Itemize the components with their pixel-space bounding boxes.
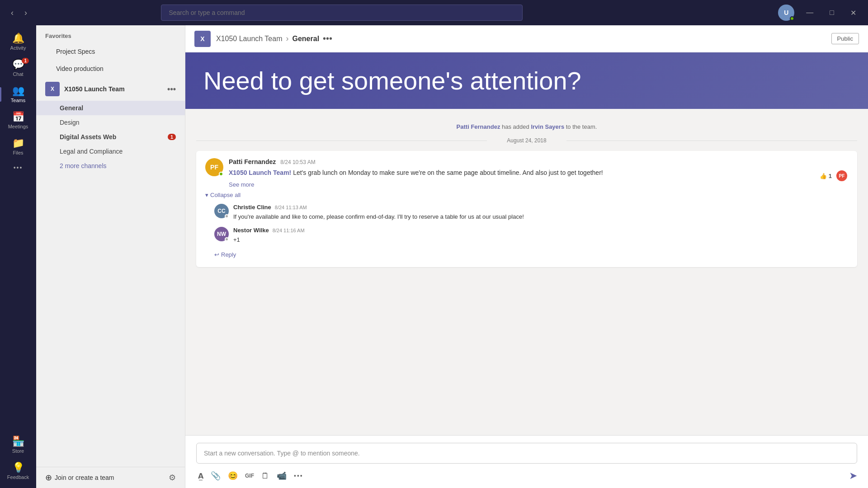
store-label: Store (12, 448, 24, 454)
settings-button[interactable]: ⚙ (169, 473, 176, 483)
sidebar: Favorites Project Specs Video production… (36, 25, 185, 488)
sidebar-item-teams[interactable]: 👥 Teams (0, 81, 36, 108)
message-body: Let's grab lunch on Monday to make sure … (293, 169, 603, 176)
gif-button[interactable]: GIF (243, 471, 256, 481)
chat-label: Chat (13, 71, 23, 77)
channel-more-options-icon[interactable]: ••• (323, 33, 332, 44)
reply-avatar-offline-1 (225, 214, 229, 218)
channel-digital-assets[interactable]: Digital Assets Web 1 (36, 130, 185, 144)
sidebar-item-project-specs[interactable]: Project Specs (40, 43, 181, 60)
meetings-icon: 📅 (12, 112, 24, 122)
message-avatar-patti: PF (205, 158, 223, 176)
team-x1050-more-icon[interactable]: ••• (167, 84, 176, 94)
like-reaction[interactable]: 👍 1 (820, 173, 832, 179)
message-time: 8/24 10:53 AM (280, 159, 315, 165)
channel-legal-label: Legal and Compliance (60, 148, 123, 155)
emoji-button[interactable]: 😊 (226, 469, 240, 483)
banner-text: Need to get someone's attention? (203, 66, 581, 95)
video-button[interactable]: 📹 (275, 469, 288, 483)
close-button[interactable]: ✕ (846, 7, 861, 19)
user-avatar[interactable]: U (778, 5, 794, 21)
sidebar-item-more[interactable]: ••• (0, 160, 36, 175)
activity-label: Activity (10, 45, 26, 51)
back-button[interactable]: ‹ (7, 6, 17, 19)
reply-avatar-christie: CC (214, 204, 229, 218)
reply-author-1: Christie Cline (233, 204, 271, 211)
compose-placeholder: Start a new conversation. Type @ to ment… (204, 450, 360, 457)
sidebar-item-files[interactable]: 📁 Files (0, 134, 36, 160)
message-row: PF Patti Fernandez 8/24 10:53 AM X1050 L… (205, 158, 848, 188)
collapse-all-button[interactable]: ▾ Collapse all (205, 192, 848, 198)
search-bar[interactable] (161, 5, 523, 21)
channel-design[interactable]: Design (36, 115, 185, 130)
attach-button[interactable]: 📎 (209, 469, 222, 483)
maximize-button[interactable]: □ (825, 7, 839, 19)
more-options-button[interactable]: ••• (292, 470, 305, 481)
project-specs-label: Project Specs (56, 48, 95, 55)
breadcrumb-channel: General (292, 35, 319, 43)
store-icon: 🏪 (12, 436, 24, 446)
messages-area[interactable]: Patti Fernandez has added Irvin Sayers t… (185, 109, 868, 435)
title-bar-right: U — □ ✕ (778, 5, 861, 21)
see-more-link[interactable]: See more (229, 181, 814, 188)
reply-row-2: NW Nestor Wilke 8/24 11:16 AM +1 (214, 227, 848, 244)
system-msg-target: Irvin Sayers (531, 123, 564, 130)
sidebar-bottom: ⊕ Join or create a team ⚙ (36, 467, 185, 488)
reply-avatar-offline-2 (225, 237, 229, 241)
public-badge: Public (831, 33, 859, 44)
team-x1050-name: X1050 Launch Team (64, 85, 163, 93)
reaction-avatar-1: PF (835, 169, 848, 182)
channel-legal[interactable]: Legal and Compliance (36, 144, 185, 159)
channel-digital-assets-badge: 1 (168, 134, 176, 140)
send-icon: ➤ (849, 470, 857, 481)
collapse-chevron-icon: ▾ (205, 192, 208, 198)
message-block-main: PF Patti Fernandez 8/24 10:53 AM X1050 L… (196, 151, 857, 267)
system-msg-verb: has added (502, 123, 529, 130)
system-message: Patti Fernandez has added Irvin Sayers t… (196, 123, 857, 130)
reply-header-1: Christie Cline 8/24 11:13 AM (233, 204, 848, 211)
sidebar-item-activity[interactable]: 🔔 Activity (0, 29, 36, 55)
team-x1050-header[interactable]: X X1050 Launch Team ••• (36, 77, 185, 101)
reply-row-1: CC Christie Cline 8/24 11:13 AM If you'r… (214, 204, 848, 221)
minimize-button[interactable]: — (802, 7, 818, 19)
join-create-team-button[interactable]: ⊕ Join or create a team (45, 473, 114, 483)
format-button[interactable]: A̲ (196, 470, 205, 482)
channel-general[interactable]: General (36, 101, 185, 115)
message-text: X1050 Launch Team! Let's grab lunch on M… (229, 168, 814, 178)
search-input[interactable] (169, 9, 515, 16)
reply-author-2: Nestor Wilke (233, 227, 269, 234)
title-bar: ‹ › U — □ ✕ (0, 0, 868, 25)
teams-icon: 👥 (12, 86, 24, 96)
forward-button[interactable]: › (21, 6, 31, 19)
team-x1050-icon: X (45, 82, 60, 96)
feedback-icon: 💡 (12, 463, 24, 473)
mention-team: X1050 Launch Team! (229, 169, 291, 176)
add-team-icon: ⊕ (45, 473, 52, 483)
compose-box[interactable]: Start a new conversation. Type @ to ment… (196, 443, 857, 464)
like-icon: 👍 (820, 173, 827, 179)
sidebar-item-chat[interactable]: 💬 Chat 1 (0, 55, 36, 81)
chat-badge: 1 (22, 58, 29, 64)
feedback-label: Feedback (7, 474, 29, 480)
send-button[interactable]: ➤ (849, 470, 857, 482)
channel-header: X X1050 Launch Team › General ••• Public (185, 25, 868, 52)
channel-general-label: General (60, 104, 83, 112)
nav-buttons: ‹ › (7, 6, 31, 19)
sidebar-item-feedback[interactable]: 💡 Feedback (0, 458, 36, 484)
replies-block: CC Christie Cline 8/24 11:13 AM If you'r… (205, 204, 848, 260)
meetings-label: Meetings (8, 124, 28, 129)
sidebar-item-video-production[interactable]: Video production (40, 61, 181, 77)
reply-button[interactable]: ↩ Reply (214, 249, 236, 260)
left-nav: 🔔 Activity 💬 Chat 1 👥 Teams 📅 Meetings 📁… (0, 25, 36, 488)
reply-avatar-nestor: NW (214, 227, 229, 241)
reaction-avatars: PF (835, 169, 848, 182)
video-production-label: Video production (56, 65, 104, 72)
main-area: 🔔 Activity 💬 Chat 1 👥 Teams 📅 Meetings 📁… (0, 25, 868, 488)
more-channels-link[interactable]: 2 more channels (36, 159, 185, 173)
sidebar-item-meetings[interactable]: 📅 Meetings (0, 108, 36, 134)
message-reactions: 👍 1 PF (820, 164, 848, 188)
sidebar-item-store[interactable]: 🏪 Store (0, 432, 36, 458)
reply-content-2: Nestor Wilke 8/24 11:16 AM +1 (233, 227, 848, 244)
sticker-button[interactable]: 🗒 (259, 469, 271, 483)
breadcrumb-separator: › (286, 34, 288, 43)
